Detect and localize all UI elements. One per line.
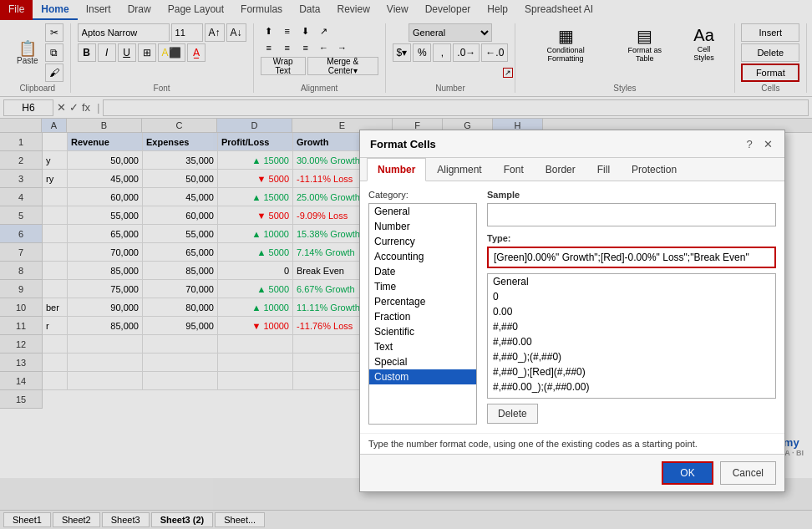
category-text[interactable]: Text bbox=[369, 339, 476, 354]
category-special[interactable]: Special bbox=[369, 354, 476, 369]
type-item-hash0[interactable]: #,##0 bbox=[488, 319, 775, 334]
dialog-tab-alignment[interactable]: Alignment bbox=[426, 158, 492, 181]
type-list[interactable]: General 0 0.00 #,##0 #,##0.00 #,##0_);(#… bbox=[487, 273, 776, 399]
dialog-title-controls: ? ✕ bbox=[743, 137, 774, 150]
type-item-hash0paren[interactable]: #,##0_);(#,##0) bbox=[488, 349, 775, 364]
dialog-hint: Type the number format code, using one o… bbox=[360, 433, 784, 454]
category-general[interactable]: General bbox=[369, 204, 476, 219]
category-scientific[interactable]: Scientific bbox=[369, 324, 476, 339]
dialog-title-text: Format Cells bbox=[370, 138, 436, 150]
type-item-general[interactable]: General bbox=[488, 274, 775, 289]
right-panel: Sample Type: General 0 0.00 #,##0 #,##0.… bbox=[487, 190, 776, 425]
type-input[interactable] bbox=[487, 247, 776, 268]
type-section: Type: General 0 0.00 #,##0 #,##0.00 #,##… bbox=[487, 233, 776, 425]
dialog-titlebar: Format Cells ? ✕ bbox=[360, 130, 784, 158]
dialog-tab-protection[interactable]: Protection bbox=[621, 158, 688, 181]
dialog-tab-fill[interactable]: Fill bbox=[586, 158, 621, 181]
type-item-hash0dot00[interactable]: #,##0.00 bbox=[488, 334, 775, 349]
category-number[interactable]: Number bbox=[369, 219, 476, 234]
sample-label: Sample bbox=[487, 190, 776, 200]
category-accounting[interactable]: Accounting bbox=[369, 249, 476, 264]
dialog-cancel-button[interactable]: Cancel bbox=[720, 461, 776, 485]
type-item-0[interactable]: 0 bbox=[488, 289, 775, 304]
category-custom[interactable]: Custom bbox=[369, 369, 476, 384]
dialog-footer: OK Cancel bbox=[360, 454, 784, 491]
dialog-overlay: Format Cells ? ✕ Number Alignment Font B… bbox=[0, 0, 812, 529]
dialog-close-button[interactable]: ✕ bbox=[761, 137, 774, 150]
format-cells-dialog: Format Cells ? ✕ Number Alignment Font B… bbox=[359, 130, 785, 492]
category-list[interactable]: General Number Currency Accounting Date … bbox=[368, 203, 477, 425]
category-percentage[interactable]: Percentage bbox=[369, 294, 476, 309]
category-date[interactable]: Date bbox=[369, 264, 476, 279]
category-label: Category: bbox=[368, 190, 477, 200]
dialog-body: Category: General Number Currency Accoun… bbox=[360, 181, 784, 433]
category-fraction[interactable]: Fraction bbox=[369, 309, 476, 324]
category-currency[interactable]: Currency bbox=[369, 234, 476, 249]
type-label: Type: bbox=[487, 233, 776, 243]
sample-section: Sample bbox=[487, 190, 776, 226]
type-item-hash0dot00paren[interactable]: #,##0.00_);(#,##0.00) bbox=[488, 379, 775, 394]
category-time[interactable]: Time bbox=[369, 279, 476, 294]
sample-box bbox=[487, 203, 776, 226]
dialog-help-button[interactable]: ? bbox=[743, 137, 756, 150]
category-panel: Category: General Number Currency Accoun… bbox=[368, 190, 477, 425]
dialog-tab-number[interactable]: Number bbox=[367, 158, 426, 181]
type-item-hash0red[interactable]: #,##0_);[Red](#,##0) bbox=[488, 364, 775, 379]
dialog-tab-font[interactable]: Font bbox=[493, 158, 535, 181]
type-item-0dot00[interactable]: 0.00 bbox=[488, 304, 775, 319]
dialog-ok-button[interactable]: OK bbox=[662, 461, 713, 485]
delete-format-button[interactable]: Delete bbox=[487, 404, 538, 424]
dialog-tab-bar: Number Alignment Font Border Fill Protec… bbox=[360, 158, 784, 181]
type-item-hash0dot00red[interactable]: #,##0.00_);[Red](#,##0.00) bbox=[488, 394, 775, 399]
dialog-tab-border[interactable]: Border bbox=[535, 158, 586, 181]
